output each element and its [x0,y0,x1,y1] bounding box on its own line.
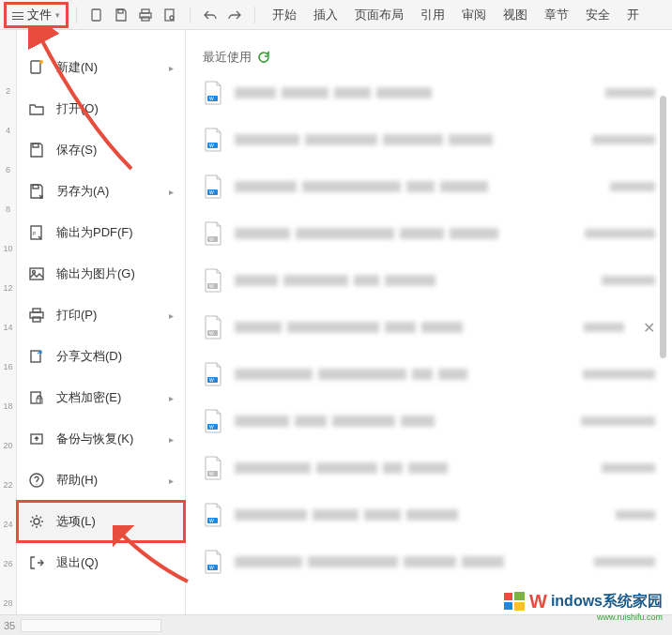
file-meta-blurred [616,510,655,520]
tab-layout[interactable]: 页面布局 [355,7,404,23]
menu-item-encrypt[interactable]: 文档加密(E)▸ [17,377,185,418]
svg-rect-0 [92,9,100,21]
menu-item-label: 输出为PDF(F) [56,224,133,241]
menu-item-saveas[interactable]: 另存为(A)▸ [17,171,185,212]
menu-item-open[interactable]: 打开(O) [17,88,185,129]
separator [254,7,255,23]
menu-item-print[interactable]: 打印(P)▸ [17,295,185,336]
file-meta-blurred [605,88,655,98]
encrypt-icon [28,389,45,406]
ruler-tick: 18 [3,401,12,411]
tab-start[interactable]: 开始 [272,7,297,23]
recent-file-row[interactable]: W [203,174,655,199]
undo-icon[interactable] [202,7,219,23]
recent-file-row[interactable]: W [203,221,655,246]
redo-icon[interactable] [226,7,243,23]
chevron-right-icon: ▸ [169,63,174,73]
svg-rect-10 [33,185,38,189]
separator [190,7,191,23]
menu-item-label: 选项(L) [56,513,96,530]
tab-review[interactable]: 审阅 [462,7,486,23]
file-name-blurred [235,181,488,192]
svg-rect-13 [30,268,43,280]
menu-item-label: 分享文档(D) [56,348,122,365]
svg-text:P: P [33,231,37,236]
tab-reference[interactable]: 引用 [420,7,445,23]
share-icon [28,348,45,365]
file-meta-blurred [584,323,624,332]
svg-text:W: W [209,330,214,336]
file-name-blurred [235,322,463,333]
menu-item-exit[interactable]: 退出(Q) [17,542,185,583]
save-icon[interactable] [113,7,130,23]
watermark-w: W [529,591,547,612]
menu-item-image[interactable]: 输出为图片(G) [17,253,185,295]
tab-chapter[interactable]: 章节 [544,7,569,23]
svg-rect-9 [33,144,38,147]
menu-item-help[interactable]: 帮助(H)▸ [17,460,185,501]
top-toolbar: 文件 ▾ 开始 插入 页面布局 引用 审阅 视图 章节 安全 开 [0,0,672,30]
document-icon: W [203,456,223,480]
svg-rect-47 [514,592,525,600]
file-meta-blurred [610,182,655,191]
vertical-ruler: 246810121416182022242628 [0,30,17,614]
file-menu-panel: 新建(N)▸打开(O)保存(S)另存为(A)▸P输出为PDF(F)输出为图片(G… [17,30,186,614]
new-doc-icon[interactable] [88,7,105,23]
svg-rect-1 [118,9,123,13]
recent-file-row[interactable]: W [203,456,655,480]
print-icon[interactable] [137,7,154,23]
close-icon[interactable]: ✕ [643,319,655,337]
svg-rect-46 [504,593,512,600]
svg-point-6 [170,16,174,20]
menu-item-pdf[interactable]: P输出为PDF(F) [17,212,185,253]
preview-icon[interactable] [161,7,178,23]
ruler-tick: 24 [3,520,12,529]
recent-file-row[interactable]: W✕ [203,315,655,340]
scrollbar[interactable] [660,96,666,358]
svg-text:W: W [209,424,214,430]
svg-text:W: W [209,471,214,476]
ruler-tick: 2 [6,86,10,96]
svg-point-23 [34,519,39,524]
refresh-icon[interactable] [257,51,270,64]
print-icon [28,307,45,324]
svg-text:W: W [209,189,214,195]
svg-rect-48 [504,602,512,610]
page-thumbnail [21,619,161,632]
recent-file-row[interactable]: W [203,362,655,386]
open-icon [28,100,45,117]
document-icon: W [203,550,223,574]
menu-item-new[interactable]: 新建(N)▸ [17,47,185,88]
tab-view[interactable]: 视图 [503,7,527,23]
document-icon: W [203,268,223,293]
image-icon [28,265,45,282]
file-menu-button[interactable]: 文件 ▾ [4,2,69,28]
separator [76,7,77,23]
menu-item-backup[interactable]: 备份与恢复(K)▸ [17,418,185,460]
document-icon: W [203,128,223,152]
recent-file-row[interactable]: W [203,550,655,574]
menu-item-label: 文档加密(E) [56,389,121,406]
chevron-right-icon: ▸ [169,393,174,403]
recent-header-label: 最近使用 [203,49,252,66]
svg-rect-19 [31,392,40,403]
chevron-right-icon: ▸ [169,434,174,445]
recent-file-row[interactable]: W [203,503,655,527]
file-meta-blurred [602,276,655,285]
menu-item-label: 新建(N) [56,59,98,76]
watermark-url: www.ruishifu.com [597,612,663,622]
menu-item-label: 备份与恢复(K) [56,431,133,447]
menu-item-options[interactable]: 选项(L) [17,501,185,542]
recent-file-row[interactable]: W [203,409,655,433]
document-icon: W [203,221,223,246]
recent-file-row[interactable]: W [203,81,655,105]
tab-security[interactable]: 安全 [586,7,610,23]
tab-more[interactable]: 开 [627,7,639,23]
file-name-blurred [235,275,435,286]
menu-item-share[interactable]: 分享文档(D) [17,336,185,377]
recent-file-row[interactable]: W [203,128,655,152]
recent-file-row[interactable]: W [203,268,655,293]
tab-insert[interactable]: 插入 [313,7,338,23]
ruler-tick: 20 [3,441,12,450]
menu-item-save[interactable]: 保存(S) [17,129,185,171]
